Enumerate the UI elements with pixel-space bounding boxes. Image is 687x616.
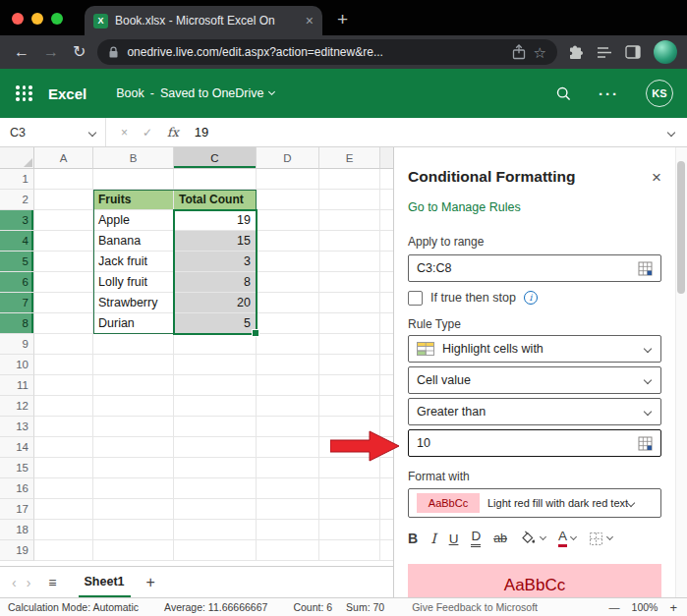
row-header-12[interactable]: 12 <box>0 396 34 417</box>
expand-formula-bar-icon[interactable] <box>667 128 675 136</box>
extensions-puzzle-icon[interactable] <box>567 44 584 61</box>
cell-A11[interactable] <box>34 375 93 396</box>
row-header-3[interactable]: 3 <box>0 210 34 231</box>
new-tab-button[interactable]: + <box>337 10 348 28</box>
cell-C19[interactable] <box>174 540 257 561</box>
reading-list-icon[interactable] <box>597 46 612 59</box>
cell-C3[interactable]: 19 <box>174 210 257 231</box>
cell-A2[interactable] <box>34 190 93 210</box>
cell-E7[interactable] <box>319 293 380 313</box>
cell-D13[interactable] <box>257 417 319 437</box>
if-true-then-stop-checkbox[interactable] <box>408 291 423 306</box>
cell-D10[interactable] <box>257 355 319 375</box>
row-header-1[interactable]: 1 <box>0 169 34 190</box>
select-all-corner[interactable] <box>0 147 34 169</box>
cell-C17[interactable] <box>174 499 257 520</box>
cell-C12[interactable] <box>174 396 257 417</box>
cell-A10[interactable] <box>34 355 93 375</box>
range-picker-icon[interactable] <box>638 261 653 276</box>
cell-D15[interactable] <box>257 458 319 478</box>
cancel-entry-icon[interactable]: × <box>121 127 128 139</box>
cell-C6[interactable]: 8 <box>174 272 257 293</box>
zoom-out-button[interactable]: — <box>609 601 620 613</box>
cell-C14[interactable] <box>174 437 257 458</box>
cell-A17[interactable] <box>34 499 93 520</box>
cell-C5[interactable]: 3 <box>174 252 257 272</box>
cell-E15[interactable] <box>319 458 380 478</box>
name-box[interactable]: C3 <box>0 118 106 146</box>
cell-B7[interactable]: Strawberry <box>93 293 174 313</box>
threshold-input[interactable] <box>417 436 632 450</box>
fill-color-button[interactable] <box>520 531 545 546</box>
cell-A1[interactable] <box>34 169 93 190</box>
cell-E8[interactable] <box>319 313 380 334</box>
cell-C18[interactable] <box>174 520 257 540</box>
cell-D12[interactable] <box>257 396 319 417</box>
cell-A3[interactable] <box>34 210 93 231</box>
cell-E1[interactable] <box>319 169 380 190</box>
row-header-10[interactable]: 10 <box>0 355 34 375</box>
panel-close-icon[interactable]: × <box>652 169 661 186</box>
cell-C2[interactable]: Total Count <box>174 190 257 210</box>
operator-dropdown[interactable]: Greater than <box>408 398 661 425</box>
bold-button[interactable]: B <box>408 531 418 546</box>
column-header-B[interactable]: B <box>93 147 174 169</box>
sheet-tab-sheet1[interactable]: Sheet1 <box>79 567 131 597</box>
cell-E3[interactable] <box>319 210 380 231</box>
cell-B4[interactable]: Banana <box>93 231 174 252</box>
cell-B2[interactable]: Fruits <box>93 190 174 210</box>
cell-B13[interactable] <box>93 417 174 437</box>
range-input[interactable] <box>417 261 632 275</box>
row-header-18[interactable]: 18 <box>0 520 34 540</box>
row-header-11[interactable]: 11 <box>0 375 34 396</box>
cell-A4[interactable] <box>34 231 93 252</box>
row-header-15[interactable]: 15 <box>0 458 34 478</box>
formula-input[interactable]: 19 <box>195 125 668 140</box>
row-header-14[interactable]: 14 <box>0 437 34 458</box>
cell-D2[interactable] <box>257 190 319 210</box>
scrollbar-thumb[interactable] <box>677 161 685 294</box>
zoom-window-button[interactable] <box>51 13 63 25</box>
excel-app-name[interactable]: Excel <box>48 85 86 102</box>
cell-A14[interactable] <box>34 437 93 458</box>
cell-E11[interactable] <box>319 375 380 396</box>
column-header-E[interactable]: E <box>319 147 380 169</box>
italic-button[interactable]: I <box>430 531 436 546</box>
cell-E17[interactable] <box>319 499 380 520</box>
cell-E14[interactable] <box>319 437 380 458</box>
back-button[interactable]: ← <box>14 44 29 60</box>
cell-D3[interactable] <box>257 210 319 231</box>
cell-E18[interactable] <box>319 520 380 540</box>
cell-E4[interactable] <box>319 231 380 252</box>
reload-button[interactable]: ↻ <box>73 44 86 60</box>
feedback-link[interactable]: Give Feedback to Microsoft <box>412 601 538 613</box>
prev-sheet-button[interactable]: ‹ <box>12 576 17 589</box>
cell-B9[interactable] <box>93 334 174 355</box>
cell-E13[interactable] <box>319 417 380 437</box>
cell-E6[interactable] <box>319 272 380 293</box>
row-header-13[interactable]: 13 <box>0 417 34 437</box>
sheet-list-menu-icon[interactable]: ≡ <box>48 576 56 589</box>
row-header-8[interactable]: 8 <box>0 313 34 334</box>
forward-button[interactable]: → <box>43 44 59 60</box>
close-window-button[interactable] <box>12 13 24 25</box>
row-header-7[interactable]: 7 <box>0 293 34 313</box>
cell-D4[interactable] <box>257 231 319 252</box>
minimize-window-button[interactable] <box>31 13 43 25</box>
tab-close-icon[interactable]: × <box>306 14 314 28</box>
cell-A15[interactable] <box>34 458 93 478</box>
row-header-9[interactable]: 9 <box>0 334 34 355</box>
cell-D14[interactable] <box>257 437 319 458</box>
cell-B5[interactable]: Jack fruit <box>93 252 174 272</box>
bookmark-star-icon[interactable]: ☆ <box>534 45 546 60</box>
cell-D17[interactable] <box>257 499 319 520</box>
zoom-in-button[interactable]: + <box>669 600 677 615</box>
zoom-level[interactable]: 100% <box>632 601 658 613</box>
cell-A7[interactable] <box>34 293 93 313</box>
cell-C4[interactable]: 15 <box>174 231 257 252</box>
underline-button[interactable]: U <box>449 532 459 546</box>
cell-E12[interactable] <box>319 396 380 417</box>
cell-B1[interactable] <box>93 169 174 190</box>
cell-E19[interactable] <box>319 540 380 561</box>
panel-scrollbar[interactable] <box>675 147 687 597</box>
